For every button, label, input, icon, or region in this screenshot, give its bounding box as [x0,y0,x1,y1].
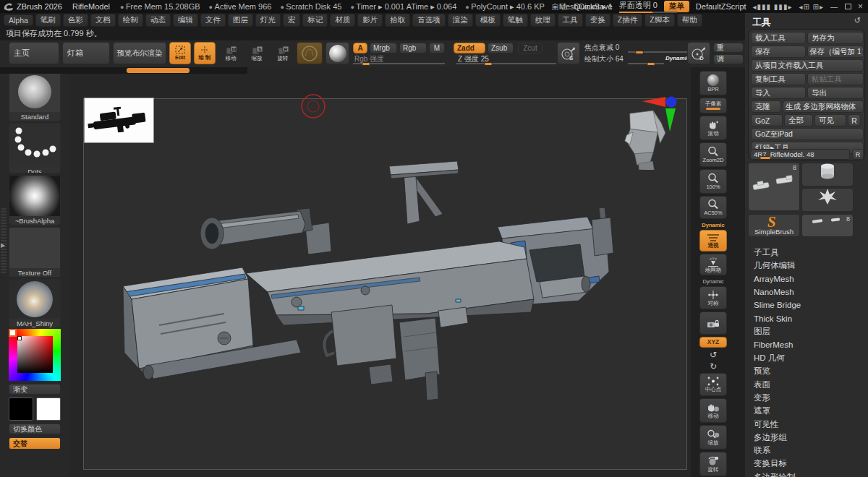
menu-item[interactable]: 标记 [302,14,328,27]
rotate-mode-button[interactable]: R旋转 [272,43,294,63]
tool-section-item[interactable]: 预览 [754,365,862,378]
clipped-button-bottom[interactable]: 调 [713,54,744,64]
shelf-scroll-arrow-icon[interactable]: ▶ [1,242,5,249]
menu-item[interactable]: Z插件 [613,14,642,27]
menu-item[interactable]: 帮助 [677,14,702,27]
tool-section-item[interactable]: 多边形组 [754,431,862,444]
stroke-selector[interactable]: Dots [9,123,61,173]
active-tool-slider-handle[interactable] [760,156,771,160]
goz-all-button[interactable]: 全部 [784,114,813,126]
menu-item[interactable]: 影片 [357,14,383,27]
zoom2d-button[interactable]: Zoom2D [699,142,727,167]
autosave-label[interactable]: 自动 [551,1,567,12]
menu-item[interactable]: 拾取 [385,14,410,27]
tool-section-item[interactable]: Thick Skin [754,311,862,325]
main-color-swatch[interactable] [9,398,33,421]
rifle-model[interactable] [116,158,622,407]
lightbox-button[interactable]: 灯箱 [62,42,110,64]
z-axis-sphere[interactable] [666,97,677,108]
tool-r-button[interactable]: R [852,149,864,160]
aahalf-button[interactable]: AC50% [699,196,727,219]
zscript-button[interactable]: DefaultZScript [696,2,746,11]
menu-item[interactable]: 首选项 [412,14,446,27]
menu-item[interactable]: 宏 [283,14,301,27]
secondary-color-swatch[interactable] [36,398,61,421]
menu-button[interactable]: 菜单 [664,1,689,12]
active-tool-slider[interactable]: 4R7_RifleModel. 48 [750,149,850,160]
move-mode-button[interactable]: M移动 [220,43,242,63]
rotate-ccw-icon[interactable]: ↺ [710,350,717,360]
rgb-button[interactable]: Rgb [399,43,427,53]
tool-section-item[interactable]: Slime Bridge [754,298,862,311]
perspective-button[interactable]: 透视 [699,230,727,252]
menu-item[interactable]: 动态 [145,14,171,27]
dynamic-mode-button[interactable]: D [687,42,710,64]
menu-item[interactable]: 渲染 [448,14,473,27]
palette-refresh-icon[interactable]: ↺ [854,16,861,25]
rgb-intensity-slider[interactable]: Rgb 强度 [353,54,445,64]
zadd-button[interactable]: Zadd [454,43,485,53]
tool-section-item[interactable]: 变换目标 [754,457,862,470]
tool-section-item[interactable]: 子工具 [754,246,862,259]
edit-button[interactable]: Edit [169,42,191,64]
close-button[interactable]: × [858,1,864,12]
menu-item[interactable]: 笔触 [503,14,528,27]
menu-item[interactable]: 笔刷 [35,14,61,27]
camera-move-button[interactable]: 移动 [699,398,727,423]
cylinder3d-thumbnail[interactable]: Cylinder3D [801,163,854,186]
scale-mode-button[interactable]: S缩放 [246,43,268,63]
import-button[interactable]: 导入 [751,87,806,99]
m-button[interactable]: M [429,43,445,53]
menu-item[interactable]: 编辑 [173,14,198,27]
menu-item[interactable]: 纹理 [530,14,556,27]
texture-selector[interactable]: Texture Off [9,227,61,278]
xyz-constraint-button[interactable]: XYZ [699,337,727,348]
tool-section-item[interactable]: 可见性 [754,418,862,431]
ui-opacity-slider[interactable]: 界面透明 0 [619,0,658,13]
color-a-button[interactable]: A [353,43,367,53]
focal-shift-slider[interactable]: 焦点衰减 0 [583,43,690,53]
export-button[interactable]: 导出 [807,87,864,99]
tool-section-item[interactable]: NanoMesh [754,285,862,298]
restore-button[interactable] [845,4,851,9]
saturation-square[interactable] [17,336,53,373]
spix-slider-handle[interactable] [706,108,720,110]
draw-size-slider[interactable]: 绘制大小 64 [583,54,664,64]
alpha-selector[interactable]: ~BrushAlpha [9,175,61,225]
material-button[interactable] [326,42,349,64]
menu-item[interactable]: 模板 [475,14,501,27]
divider-arrows-icon[interactable]: ◂▮▮▮ ▮▮▮▸ [753,3,793,11]
shelf-scroll-strip[interactable] [1,208,7,273]
tool-section-item[interactable]: ArrayMesh [754,272,862,285]
preview-boolean-button[interactable]: 预览布尔渲染 [113,42,166,64]
lightbox-divider-handle[interactable] [127,68,190,73]
tool-section-item[interactable]: 表面 [754,378,862,391]
rifle-tool-thumbnail[interactable]: 8 4R7_RifleModel [801,214,854,237]
color-cursor[interactable] [17,336,22,340]
rotate-cw-icon[interactable]: ↻ [710,361,717,371]
local-transform-button[interactable] [699,311,727,335]
mrgb-button[interactable]: Mrgb [370,43,397,53]
tool-section-item[interactable]: 变形 [754,391,862,404]
camera-head-widget[interactable] [616,108,671,170]
tool-section-item[interactable]: 联系 [754,444,862,457]
tool-section-item[interactable]: 多边形绘制 [754,470,862,477]
color-picker[interactable] [9,329,61,381]
tool-section-item[interactable]: 几何体编辑 [754,259,862,272]
goz-visible-button[interactable]: 可见 [814,114,846,126]
spix-slider[interactable]: 子像素 [699,98,727,113]
frame-center-button[interactable]: 中心点 [699,373,727,396]
lightbox-divider[interactable] [0,67,247,74]
bpr-button[interactable]: BPR [699,71,727,95]
copy-tool-button[interactable]: 复制工具 [751,73,806,85]
tool-section-item[interactable]: FiberMesh [754,338,862,351]
save-button[interactable]: 保存 [751,46,806,58]
menu-item[interactable]: 灯光 [255,14,281,27]
menu-item[interactable]: Alpha [4,14,33,26]
current-tool-thumbnail[interactable]: 8 4R7_RifleModel [748,163,800,211]
palette-cycle-icon[interactable]: ◂⊞ ⊞▸ [799,3,824,11]
tool-section-item[interactable]: HD 几何 [754,351,862,364]
camera-rotate-button[interactable]: 旋转 [699,452,727,476]
quicksave-button[interactable]: QuickSave [574,2,612,11]
switch-color-button[interactable]: 切换颜色 [9,424,61,434]
